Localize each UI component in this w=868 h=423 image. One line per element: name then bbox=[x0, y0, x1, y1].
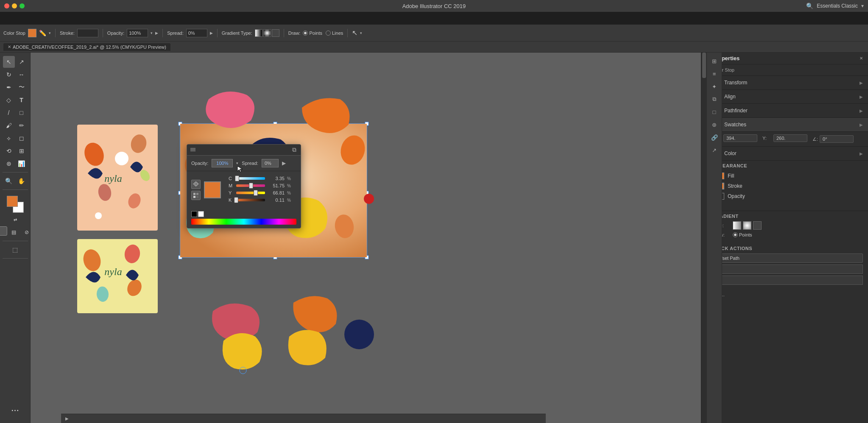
gradient-radial-icon[interactable] bbox=[263, 29, 271, 37]
transform-expand-icon[interactable]: ▶ bbox=[860, 81, 863, 85]
pencil-tool[interactable]: ✏ bbox=[16, 120, 28, 131]
black-swatch[interactable] bbox=[191, 211, 197, 217]
opacity-dropdown-icon[interactable]: ▾ bbox=[151, 31, 153, 35]
rotate-tool[interactable]: ↻ bbox=[3, 69, 15, 81]
reflect-tool[interactable]: ↔ bbox=[16, 69, 28, 81]
c-slider[interactable] bbox=[236, 175, 265, 181]
swatches-expand-icon[interactable]: ▶ bbox=[860, 122, 863, 127]
selection-tool[interactable]: ↖ bbox=[3, 56, 15, 68]
popup-expand-button[interactable]: ⧉ bbox=[291, 146, 297, 153]
align-panel-item[interactable]: Align ▶ bbox=[707, 90, 868, 104]
pathfinder-icon[interactable]: ✦ bbox=[709, 81, 720, 92]
k-slider[interactable] bbox=[236, 197, 265, 203]
draw-points-radio[interactable] bbox=[303, 31, 308, 36]
view-mode-extra[interactable]: ⊘ bbox=[21, 226, 33, 238]
vertical-scrollbar[interactable] bbox=[701, 53, 707, 423]
fx-icon[interactable]: ⊛ bbox=[709, 120, 720, 130]
swap-colors-icon[interactable]: ⇄ bbox=[9, 214, 21, 225]
toolbar-dropdown-arrow[interactable]: ▾ bbox=[49, 31, 51, 35]
popup-spread-input[interactable] bbox=[262, 159, 279, 167]
pathfinder-panel-item[interactable]: Pathfinder ▶ bbox=[707, 104, 868, 118]
opacity-input[interactable] bbox=[127, 29, 148, 37]
spread-next-icon[interactable]: ▶ bbox=[210, 31, 213, 35]
view-mode-other[interactable]: ▤ bbox=[8, 226, 20, 238]
opacity-next-icon[interactable]: ▶ bbox=[155, 31, 158, 35]
gradient-points-option[interactable]: Points bbox=[733, 232, 752, 237]
libraries-icon[interactable]: ⊞ bbox=[709, 56, 720, 66]
cursor-dropdown-icon[interactable]: ▾ bbox=[360, 31, 362, 35]
eraser-tool[interactable]: ◻ bbox=[16, 132, 28, 144]
transform-panel-item[interactable]: Transform ▶ bbox=[707, 76, 868, 90]
gradient-freeform-icon[interactable] bbox=[272, 29, 279, 37]
offset-path-button[interactable]: Offset Path bbox=[712, 253, 863, 263]
column-graph-tool[interactable]: 📊 bbox=[16, 158, 28, 170]
rotate-view-tool[interactable]: ⟲ bbox=[3, 145, 15, 157]
stroke-input[interactable] bbox=[77, 29, 98, 37]
close-button[interactable] bbox=[4, 3, 9, 8]
paintbrush-tool[interactable]: 🖌 bbox=[3, 120, 15, 131]
more-tools[interactable]: • • • bbox=[9, 404, 21, 416]
curvature-tool[interactable]: 〜 bbox=[16, 81, 28, 93]
zoom-tool[interactable]: 🔍 bbox=[3, 175, 15, 187]
gradient-linear-icon[interactable] bbox=[255, 29, 262, 37]
toolbar-pencil-icon[interactable]: ✏️ bbox=[39, 30, 46, 36]
draw-lines-option[interactable]: Lines bbox=[326, 31, 343, 36]
eyedropper-icon[interactable] bbox=[191, 180, 201, 189]
document-tab[interactable]: ✕ ADOBE_CREATIVECOFFEE_2019_2.ai* @ 12.5… bbox=[3, 43, 170, 51]
pen-tool[interactable]: ✒ bbox=[3, 81, 15, 93]
popup-next-button[interactable]: ▶ bbox=[282, 160, 286, 166]
m-slider[interactable] bbox=[236, 183, 265, 189]
align-icon[interactable]: ≡ bbox=[709, 69, 720, 79]
document-tab-bar: ✕ ADOBE_CREATIVECOFFEE_2019_2.ai* @ 12.5… bbox=[0, 42, 868, 53]
swatches-panel-item[interactable]: Swatches ▶ bbox=[707, 118, 868, 132]
toolbar-color-swatch[interactable] bbox=[28, 29, 36, 37]
popup-opacity-input[interactable]: 100% bbox=[212, 159, 233, 167]
external-icon[interactable]: ↗ bbox=[709, 145, 720, 155]
color-expand-icon[interactable]: ▶ bbox=[860, 151, 863, 156]
linear-gradient-icon[interactable] bbox=[733, 221, 741, 230]
workspace-label[interactable]: Essentials Classic bbox=[817, 3, 858, 9]
search-icon[interactable]: 🔍 bbox=[806, 3, 813, 9]
symbol-tool[interactable]: ⊛ bbox=[3, 158, 15, 170]
workspace-dropdown-icon[interactable]: ▾ bbox=[861, 3, 864, 9]
view-mode-normal[interactable] bbox=[0, 226, 7, 236]
cursor-options-icon[interactable]: ↖ bbox=[352, 29, 357, 37]
artboard-tool[interactable]: ⬚ bbox=[8, 244, 23, 256]
gradient-points-radio[interactable] bbox=[733, 232, 738, 237]
fill-label: Fill bbox=[728, 173, 734, 179]
doc-close-icon[interactable]: ✕ bbox=[8, 45, 11, 49]
scrollbar-thumb[interactable] bbox=[702, 53, 706, 78]
layers-icon[interactable]: ⧉ bbox=[709, 94, 720, 104]
type-tool[interactable]: T bbox=[16, 94, 28, 106]
color-swatch-large[interactable] bbox=[204, 181, 221, 198]
popup-opacity-dropdown[interactable]: ▾ bbox=[236, 161, 238, 165]
artboard-icon[interactable]: □ bbox=[709, 107, 720, 117]
freeform-gradient-icon[interactable] bbox=[753, 221, 762, 230]
quick-action-empty1 bbox=[712, 264, 863, 274]
align-expand-icon[interactable]: ▶ bbox=[860, 95, 863, 99]
hand-tool[interactable]: ✋ bbox=[16, 175, 28, 187]
pathfinder-expand-icon[interactable]: ▶ bbox=[860, 109, 863, 113]
color-panel-item[interactable]: Color ▶ bbox=[707, 147, 868, 161]
spread-input[interactable] bbox=[186, 29, 207, 37]
draw-lines-radio[interactable] bbox=[326, 31, 331, 36]
y-slider-row: Y 66.81 % bbox=[229, 190, 292, 196]
rect-tool[interactable]: □ bbox=[16, 107, 28, 119]
panel-collapse-icon[interactable]: ✕ bbox=[860, 56, 863, 61]
direct-selection-tool[interactable]: ↗ bbox=[16, 56, 28, 68]
minimize-button[interactable] bbox=[12, 3, 17, 8]
draw-points-option[interactable]: Points bbox=[303, 31, 322, 36]
link-icon[interactable]: 🔗 bbox=[709, 132, 720, 142]
color-grid-icon[interactable] bbox=[191, 191, 201, 200]
line-tool[interactable]: / bbox=[3, 107, 15, 119]
maximize-button[interactable] bbox=[20, 3, 25, 8]
gradient-color-popup: ⧉ Opacity: 100% ▾ Spread: ▶ bbox=[187, 144, 301, 228]
shaper-tool[interactable]: ⟡ bbox=[3, 132, 15, 144]
free-transform-tool[interactable]: ⊞ bbox=[16, 145, 28, 157]
foreground-color-box[interactable] bbox=[7, 196, 18, 207]
color-spectrum-bar[interactable] bbox=[191, 219, 296, 225]
radial-gradient-icon[interactable] bbox=[743, 221, 751, 230]
anchor-tool[interactable]: ◇ bbox=[3, 94, 15, 106]
white-swatch[interactable] bbox=[198, 211, 204, 217]
y-slider[interactable] bbox=[236, 190, 265, 196]
